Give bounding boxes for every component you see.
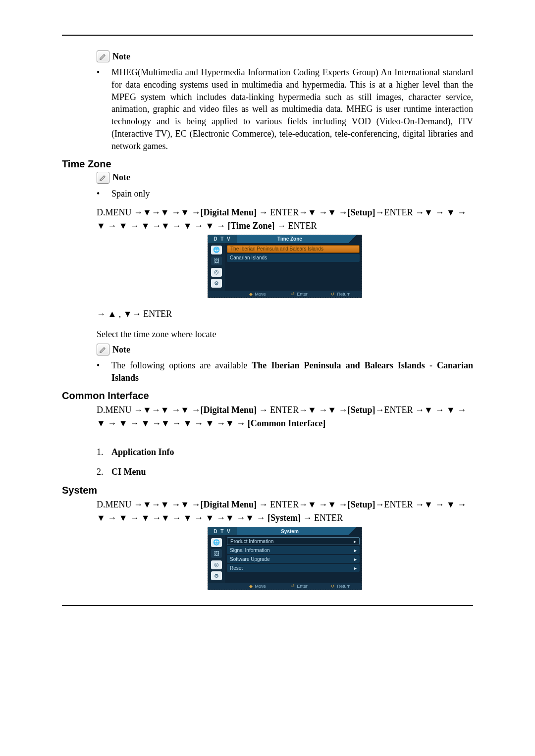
chevron-right-icon: ▸ bbox=[354, 556, 357, 562]
chevron-right-icon: ▸ bbox=[354, 539, 356, 544]
note-block: Note bbox=[97, 344, 473, 355]
osd-footer: ◆Move ⏎Enter ↺Return bbox=[208, 291, 362, 298]
target-icon: ◎ bbox=[211, 560, 222, 569]
timezone-options-note: The following options are available The … bbox=[97, 359, 473, 384]
osd-title: System bbox=[237, 527, 343, 535]
gear-icon: ⚙ bbox=[211, 279, 222, 288]
osd-item-empty bbox=[227, 573, 360, 581]
osd-sidebar: 🌐 🖼 ◎ ⚙ bbox=[208, 243, 225, 291]
picture-icon: 🖼 bbox=[211, 256, 222, 265]
rule-bottom bbox=[62, 605, 473, 606]
osd-corner bbox=[343, 527, 362, 535]
osd-item[interactable]: Canarian Islands bbox=[227, 254, 360, 262]
osd-item-empty bbox=[227, 263, 360, 271]
target-icon: ◎ bbox=[211, 268, 222, 277]
gear-icon: ⚙ bbox=[211, 571, 222, 580]
globe-icon: 🌐 bbox=[211, 246, 222, 254]
osd-corner bbox=[343, 235, 362, 243]
ci-item-2: CI Menu bbox=[97, 464, 473, 480]
picture-icon: 🖼 bbox=[211, 549, 222, 558]
pencil-icon bbox=[97, 172, 109, 184]
nav-path-common-interface: D.MENU →▼→▼ →▼ →[Digital Menu] → ENTER→▼… bbox=[97, 403, 473, 430]
ci-item-1: Application Info bbox=[97, 444, 473, 460]
osd-title: Time Zone bbox=[237, 235, 343, 243]
nav-path-time-zone: D.MENU →▼→▼ →▼ →[Digital Menu] → ENTER→▼… bbox=[97, 206, 473, 233]
chevron-right-icon: ▸ bbox=[354, 548, 357, 553]
osd-item-selected[interactable]: The Iberian Peninsula and Balears Island… bbox=[227, 245, 360, 253]
note-label: Note bbox=[112, 345, 130, 355]
note-block: Note bbox=[97, 50, 473, 62]
nav-path-system: D.MENU →▼→▼ →▼ →[Digital Menu] → ENTER→▼… bbox=[97, 498, 473, 525]
note-label: Note bbox=[112, 51, 130, 62]
chevron-right-icon: ▸ bbox=[354, 565, 357, 571]
osd-item[interactable]: Software Upgrade▸ bbox=[227, 555, 360, 563]
pencil-icon bbox=[97, 344, 109, 355]
osd-footer: ◆Move ⏎Enter ↺Return bbox=[208, 583, 362, 590]
osd-item[interactable]: Signal Information▸ bbox=[227, 546, 360, 554]
spain-only-note: Spain only bbox=[97, 188, 473, 200]
nav-after-menu: → ▲ , ▼→ ENTER bbox=[97, 308, 473, 320]
osd-item-empty bbox=[227, 281, 360, 289]
osd-item-selected[interactable]: Product Information▸ bbox=[227, 537, 360, 545]
osd-system: D T V System 🌐 🖼 ◎ ⚙ Product Information… bbox=[208, 527, 362, 590]
osd-time-zone: D T V Time Zone 🌐 🖼 ◎ ⚙ The Iberian Peni… bbox=[208, 235, 362, 298]
heading-time-zone: Time Zone bbox=[62, 158, 473, 170]
osd-item-empty bbox=[227, 272, 360, 280]
select-timezone-text: Select the time zone where locate bbox=[97, 328, 473, 341]
osd-badge-dtv: D T V bbox=[208, 527, 237, 535]
pencil-icon bbox=[97, 50, 109, 62]
mheg-note-text: MHEG(Multimedia and Hypermedia Informati… bbox=[97, 66, 473, 152]
osd-sidebar: 🌐 🖼 ◎ ⚙ bbox=[208, 535, 225, 583]
note-label: Note bbox=[112, 172, 130, 183]
heading-common-interface: Common Interface bbox=[62, 390, 473, 402]
globe-icon: 🌐 bbox=[211, 538, 222, 547]
rule-top bbox=[62, 35, 473, 36]
osd-badge-dtv: D T V bbox=[208, 235, 237, 243]
note-block: Note bbox=[97, 172, 473, 184]
osd-item[interactable]: Reset▸ bbox=[227, 564, 360, 572]
heading-system: System bbox=[62, 485, 473, 496]
